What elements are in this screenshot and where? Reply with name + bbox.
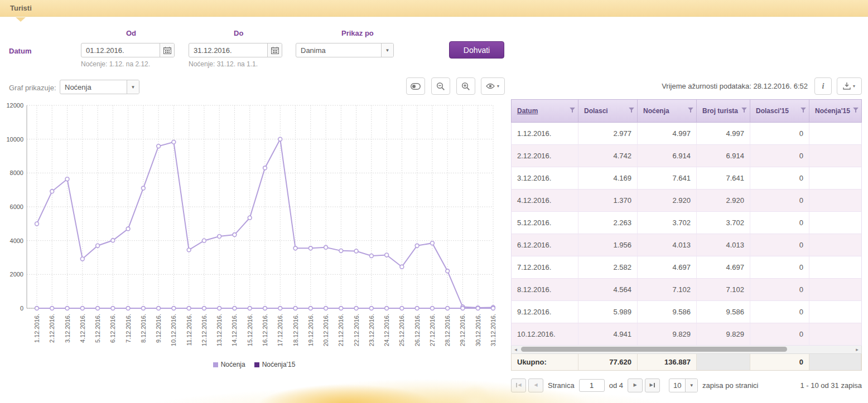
toggle-view-button[interactable] — [406, 77, 425, 95]
filter-funnel-icon[interactable] — [801, 107, 806, 115]
scroll-right-arrow[interactable]: ▸ — [853, 346, 861, 353]
chevron-down-icon: ▼ — [127, 80, 139, 94]
download-icon — [843, 82, 851, 90]
filter-funnel-icon[interactable] — [741, 107, 747, 115]
page-number-input[interactable] — [579, 379, 605, 392]
filter-funnel-icon[interactable] — [629, 107, 634, 115]
dohvati-button[interactable]: Dohvati — [449, 41, 504, 59]
per-page-label: zapisa po stranici — [702, 381, 758, 390]
legend-item-nocenja15[interactable]: Noćenja'15 — [254, 361, 296, 368]
cell-value: 6.914 — [638, 145, 697, 167]
cell-value: 0 — [750, 145, 809, 167]
cell-datum: 8.12.2016. — [512, 279, 578, 300]
cell-value: 5.989 — [578, 301, 638, 323]
svg-text:12000: 12000 — [6, 102, 23, 109]
cell-datum: 9.12.2016. — [512, 301, 578, 323]
page-size-value: 10 — [669, 379, 685, 392]
prev-page-button[interactable]: ◀ — [528, 378, 543, 392]
cell-value: 9.586 — [638, 301, 697, 323]
cell-value: 7.102 — [697, 279, 750, 300]
scrollbar-thumb[interactable] — [521, 347, 787, 352]
svg-text:18.12.2016.: 18.12.2016. — [292, 314, 299, 346]
page-size-select[interactable]: 10 ▼ — [669, 378, 698, 392]
legend-item-nocenja[interactable]: Noćenja — [213, 361, 245, 368]
filter-funnel-icon[interactable] — [853, 107, 859, 115]
table-row[interactable]: 6.12.2016.1.9564.0134.0130 — [511, 234, 862, 256]
filter-funnel-icon[interactable] — [688, 107, 693, 115]
cell-value — [809, 279, 861, 300]
table-row[interactable]: 2.12.2016.4.7426.9146.9140 — [511, 145, 862, 167]
column-header-5[interactable]: Noćenja'15 — [809, 100, 861, 122]
cell-datum: 2.12.2016. — [512, 145, 578, 167]
table-row[interactable]: 10.12.2016.4.9419.8299.8290 — [511, 323, 862, 346]
zoom-in-icon — [461, 82, 470, 91]
date-from-input[interactable] — [81, 43, 175, 57]
eye-icon — [486, 83, 495, 89]
first-page-icon: ◀ — [518, 383, 521, 387]
column-header-1[interactable]: Dolasci — [578, 100, 638, 122]
legend-swatch — [213, 362, 218, 367]
cell-value — [809, 145, 861, 167]
table-row[interactable]: 4.12.2016.1.3702.9202.9200 — [511, 190, 862, 212]
series-visibility-button[interactable]: ▼ — [481, 77, 505, 95]
cell-value: 1.956 — [578, 234, 638, 256]
date-to-field[interactable] — [189, 43, 267, 57]
scroll-left-arrow[interactable]: ◂ — [512, 346, 520, 353]
table-row[interactable]: 9.12.2016.5.9899.5869.5860 — [511, 301, 862, 323]
cell-value: 4.169 — [578, 167, 638, 189]
chevron-down-icon: ▼ — [496, 84, 500, 88]
cell-datum: 1.12.2016. — [512, 123, 578, 144]
svg-text:20.12.2016.: 20.12.2016. — [322, 314, 329, 346]
cell-value: 0 — [750, 301, 809, 323]
column-header-2[interactable]: Noćenja — [638, 100, 697, 122]
calendar-button-from[interactable] — [160, 43, 174, 57]
table-row[interactable]: 3.12.2016.4.1697.6417.6410 — [511, 167, 862, 190]
zoom-out-icon — [436, 82, 445, 91]
od-label: Od — [126, 29, 136, 37]
graf-prikazuje-label: Graf prikazuje: — [9, 84, 56, 92]
cell-value — [809, 301, 861, 323]
cell-value: 0 — [750, 256, 809, 278]
cell-value — [809, 256, 861, 278]
cell-value: 9.829 — [638, 323, 697, 345]
zoom-in-button[interactable] — [456, 77, 475, 95]
datum-label: Datum — [9, 47, 31, 55]
table-row[interactable]: 5.12.2016.2.2633.7023.7020 — [511, 212, 862, 234]
od-hint: Noćenje: 1.12. na 2.12. — [81, 60, 150, 68]
cell-value: 4.697 — [638, 256, 697, 278]
cell-value — [809, 323, 861, 345]
svg-text:15.12.2016.: 15.12.2016. — [247, 314, 253, 346]
zoom-out-button[interactable] — [431, 77, 450, 95]
bar-icon — [516, 383, 517, 387]
cell-value — [809, 212, 861, 234]
table-row[interactable]: 8.12.2016.4.5647.1027.1020 — [511, 279, 862, 301]
svg-text:3.12.2016.: 3.12.2016. — [64, 314, 71, 343]
cell-value: 0 — [750, 190, 809, 211]
graf-prikazuje-select[interactable]: Noćenja ▼ — [60, 80, 139, 94]
filter-funnel-icon[interactable] — [570, 107, 575, 115]
info-button[interactable]: i — [814, 77, 832, 95]
bar-icon — [654, 383, 655, 387]
last-page-button[interactable]: ▶ — [645, 378, 660, 392]
table-row[interactable]: 1.12.2016.2.9774.9974.9970 — [511, 123, 862, 145]
first-page-button[interactable]: ◀ — [511, 378, 526, 392]
svg-text:6000: 6000 — [10, 203, 23, 210]
column-header-4[interactable]: Dolasci'15 — [750, 100, 809, 122]
next-page-button[interactable]: ▶ — [628, 378, 643, 392]
svg-text:17.12.2016.: 17.12.2016. — [277, 314, 283, 346]
calendar-button-to[interactable] — [267, 43, 282, 57]
svg-text:16.12.2016.: 16.12.2016. — [262, 314, 268, 346]
table-row[interactable]: 7.12.2016.2.5824.6974.6970 — [511, 256, 862, 279]
prikaz-po-select[interactable]: Danima ▼ — [296, 43, 394, 57]
svg-text:5.12.2016.: 5.12.2016. — [94, 314, 101, 343]
cell-datum: 3.12.2016. — [512, 167, 578, 189]
date-to-input[interactable] — [189, 43, 282, 57]
column-header-0[interactable]: Datum — [512, 100, 578, 122]
total-nocenja15 — [809, 354, 861, 370]
date-from-field[interactable] — [81, 43, 160, 57]
svg-text:24.12.2016.: 24.12.2016. — [383, 314, 390, 346]
svg-text:8.12.2016.: 8.12.2016. — [140, 314, 147, 343]
column-header-3[interactable]: Broj turista — [697, 100, 750, 122]
tab-turisti[interactable]: Turisti — [10, 0, 32, 17]
export-button[interactable]: ▼ — [837, 77, 862, 95]
